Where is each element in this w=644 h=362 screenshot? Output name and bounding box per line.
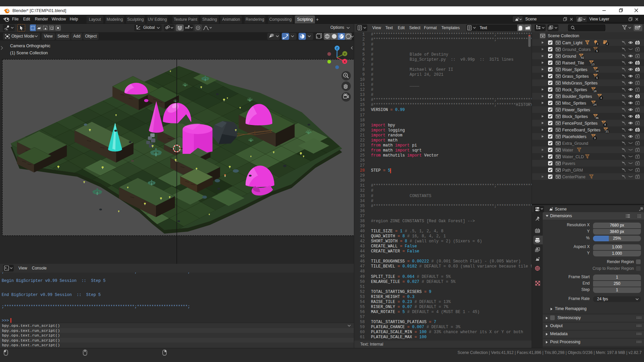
svg-text:(1) Scene Collection: (1) Scene Collection — [10, 51, 48, 55]
svg-text:Rock_Sprites: Rock_Sprites — [562, 87, 587, 92]
svg-text:Camera Orthographic: Camera Orthographic — [10, 44, 50, 48]
svg-text:Water_CLD: Water_CLD — [562, 155, 584, 159]
svg-text:Path_GRM: Path_GRM — [562, 168, 583, 173]
svg-text:Riser_Sprites: Riser_Sprites — [562, 67, 587, 72]
svg-text:5: 5 — [596, 49, 598, 53]
svg-text:14: 14 — [595, 69, 599, 73]
svg-text:9: 9 — [594, 136, 596, 140]
svg-text:CenterPlane: CenterPlane — [562, 175, 586, 179]
svg-text:FenceBoard_Sprites: FenceBoard_Sprites — [562, 128, 600, 132]
svg-text:Ground_Colors: Ground_Colors — [562, 47, 591, 52]
svg-text:3: 3 — [597, 42, 598, 46]
svg-text:X: X — [343, 60, 346, 63]
svg-text:82: 82 — [581, 56, 584, 59]
svg-text:Grass_Sprites: Grass_Sprites — [562, 74, 589, 79]
svg-text:13: 13 — [591, 63, 595, 66]
svg-text:Ground: Ground — [562, 54, 576, 59]
svg-text:24: 24 — [593, 103, 597, 106]
svg-text:Water: Water — [562, 148, 573, 153]
svg-text:Raised_Tile: Raised_Tile — [562, 61, 584, 65]
svg-text:Scene Collection: Scene Collection — [548, 34, 579, 38]
svg-text:Flower_Sprites: Flower_Sprites — [562, 108, 590, 112]
svg-text:Scene: Scene — [555, 207, 567, 212]
svg-text:Block_Sprites: Block_Sprites — [562, 114, 588, 119]
svg-text:Z: Z — [336, 46, 338, 50]
svg-text:Y: Y — [344, 52, 346, 56]
svg-text:18: 18 — [593, 89, 597, 93]
svg-text:FencePost_Sprites: FencePost_Sprites — [562, 121, 598, 126]
svg-text:2: 2 — [606, 42, 608, 46]
svg-text:Extra_Ground: Extra_Ground — [562, 141, 588, 146]
svg-text:4: 4 — [600, 96, 602, 100]
svg-text:Misc_Sprites: Misc_Sprites — [562, 101, 586, 106]
svg-text:Boulder_Sprites: Boulder_Sprites — [562, 94, 592, 99]
svg-text:5: 5 — [596, 76, 598, 79]
svg-text:Pavers: Pavers — [562, 161, 575, 166]
svg-text:Placeholders: Placeholders — [562, 134, 586, 139]
svg-text:36: 36 — [595, 116, 599, 120]
svg-text:8: 8 — [604, 123, 606, 126]
svg-text:Cam_Light: Cam_Light — [562, 41, 583, 45]
svg-text:21: 21 — [606, 130, 609, 133]
svg-text:MidsGrass_Sprites: MidsGrass_Sprites — [562, 81, 598, 85]
